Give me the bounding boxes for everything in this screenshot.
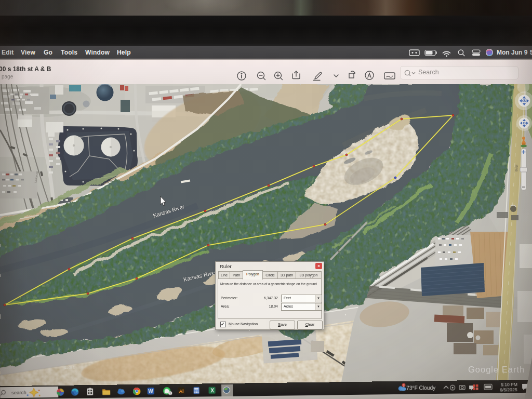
svg-text:2: 2 <box>403 384 405 387</box>
svg-text:Google Earth: Google Earth <box>468 365 525 374</box>
svg-text:X: X <box>210 388 214 393</box>
svg-text:5: 5 <box>530 49 532 56</box>
svg-text:6/5/2025: 6/5/2025 <box>500 387 517 392</box>
svg-text:BNSF: BNSF <box>515 164 518 171</box>
svg-text:Mon Jun 9: Mon Jun 9 <box>497 49 528 56</box>
svg-text:W: W <box>148 388 153 394</box>
svg-text:Ai: Ai <box>179 388 184 393</box>
svg-text:5:10 PM: 5:10 PM <box>501 382 517 387</box>
svg-text:5500 ft: 5500 ft <box>64 366 75 369</box>
svg-text:73°F Cloudy: 73°F Cloudy <box>406 385 436 391</box>
